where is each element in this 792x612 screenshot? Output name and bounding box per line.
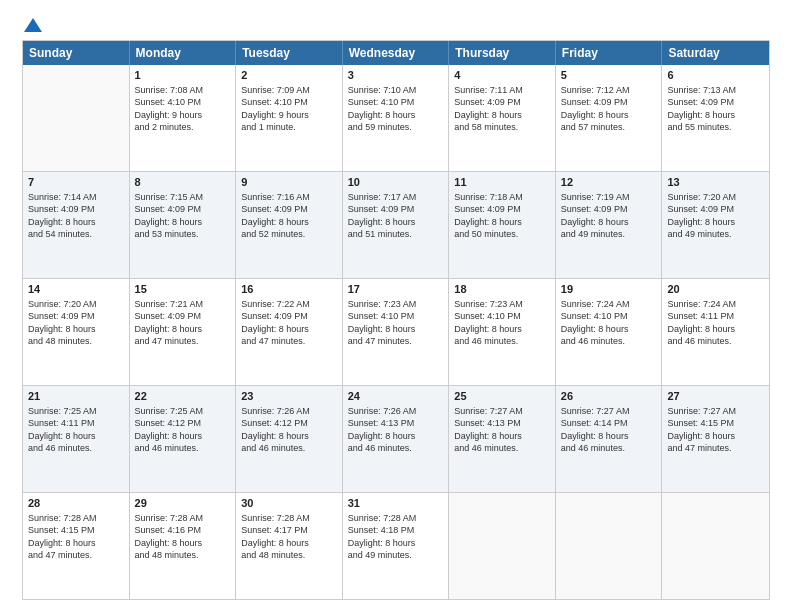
- day-info: Sunrise: 7:28 AM Sunset: 4:18 PM Dayligh…: [348, 512, 444, 562]
- day-info: Sunrise: 7:27 AM Sunset: 4:14 PM Dayligh…: [561, 405, 657, 455]
- calendar-cell: 7Sunrise: 7:14 AM Sunset: 4:09 PM Daylig…: [23, 172, 130, 278]
- day-number: 15: [135, 282, 231, 297]
- calendar-cell: [449, 493, 556, 599]
- calendar-row: 7Sunrise: 7:14 AM Sunset: 4:09 PM Daylig…: [23, 171, 769, 278]
- calendar-cell: 9Sunrise: 7:16 AM Sunset: 4:09 PM Daylig…: [236, 172, 343, 278]
- header: [22, 18, 770, 32]
- day-number: 16: [241, 282, 337, 297]
- day-info: Sunrise: 7:14 AM Sunset: 4:09 PM Dayligh…: [28, 191, 124, 241]
- calendar-cell: 13Sunrise: 7:20 AM Sunset: 4:09 PM Dayli…: [662, 172, 769, 278]
- day-info: Sunrise: 7:26 AM Sunset: 4:12 PM Dayligh…: [241, 405, 337, 455]
- calendar-cell: 14Sunrise: 7:20 AM Sunset: 4:09 PM Dayli…: [23, 279, 130, 385]
- day-number: 20: [667, 282, 764, 297]
- day-number: 21: [28, 389, 124, 404]
- calendar-cell: 11Sunrise: 7:18 AM Sunset: 4:09 PM Dayli…: [449, 172, 556, 278]
- calendar-cell: 20Sunrise: 7:24 AM Sunset: 4:11 PM Dayli…: [662, 279, 769, 385]
- day-info: Sunrise: 7:24 AM Sunset: 4:10 PM Dayligh…: [561, 298, 657, 348]
- calendar-row: 14Sunrise: 7:20 AM Sunset: 4:09 PM Dayli…: [23, 278, 769, 385]
- calendar-cell: 2Sunrise: 7:09 AM Sunset: 4:10 PM Daylig…: [236, 65, 343, 171]
- day-number: 4: [454, 68, 550, 83]
- day-info: Sunrise: 7:12 AM Sunset: 4:09 PM Dayligh…: [561, 84, 657, 134]
- calendar-cell: 17Sunrise: 7:23 AM Sunset: 4:10 PM Dayli…: [343, 279, 450, 385]
- day-info: Sunrise: 7:08 AM Sunset: 4:10 PM Dayligh…: [135, 84, 231, 134]
- calendar-cell: 22Sunrise: 7:25 AM Sunset: 4:12 PM Dayli…: [130, 386, 237, 492]
- day-info: Sunrise: 7:13 AM Sunset: 4:09 PM Dayligh…: [667, 84, 764, 134]
- calendar-cell: 27Sunrise: 7:27 AM Sunset: 4:15 PM Dayli…: [662, 386, 769, 492]
- day-number: 28: [28, 496, 124, 511]
- day-number: 27: [667, 389, 764, 404]
- calendar-cell: 16Sunrise: 7:22 AM Sunset: 4:09 PM Dayli…: [236, 279, 343, 385]
- calendar-row: 1Sunrise: 7:08 AM Sunset: 4:10 PM Daylig…: [23, 65, 769, 171]
- calendar-header: SundayMondayTuesdayWednesdayThursdayFrid…: [23, 41, 769, 65]
- calendar-cell: 24Sunrise: 7:26 AM Sunset: 4:13 PM Dayli…: [343, 386, 450, 492]
- calendar-cell: 12Sunrise: 7:19 AM Sunset: 4:09 PM Dayli…: [556, 172, 663, 278]
- logo-icon: [24, 18, 42, 34]
- header-day-sunday: Sunday: [23, 41, 130, 65]
- day-number: 23: [241, 389, 337, 404]
- day-number: 5: [561, 68, 657, 83]
- day-info: Sunrise: 7:27 AM Sunset: 4:15 PM Dayligh…: [667, 405, 764, 455]
- calendar-body: 1Sunrise: 7:08 AM Sunset: 4:10 PM Daylig…: [23, 65, 769, 599]
- day-info: Sunrise: 7:20 AM Sunset: 4:09 PM Dayligh…: [28, 298, 124, 348]
- header-day-tuesday: Tuesday: [236, 41, 343, 65]
- day-number: 1: [135, 68, 231, 83]
- day-number: 3: [348, 68, 444, 83]
- header-day-wednesday: Wednesday: [343, 41, 450, 65]
- calendar-cell: 8Sunrise: 7:15 AM Sunset: 4:09 PM Daylig…: [130, 172, 237, 278]
- day-info: Sunrise: 7:11 AM Sunset: 4:09 PM Dayligh…: [454, 84, 550, 134]
- day-info: Sunrise: 7:19 AM Sunset: 4:09 PM Dayligh…: [561, 191, 657, 241]
- header-day-friday: Friday: [556, 41, 663, 65]
- calendar-cell: 1Sunrise: 7:08 AM Sunset: 4:10 PM Daylig…: [130, 65, 237, 171]
- day-number: 18: [454, 282, 550, 297]
- calendar-cell: 5Sunrise: 7:12 AM Sunset: 4:09 PM Daylig…: [556, 65, 663, 171]
- calendar-row: 28Sunrise: 7:28 AM Sunset: 4:15 PM Dayli…: [23, 492, 769, 599]
- day-number: 31: [348, 496, 444, 511]
- calendar-cell: 19Sunrise: 7:24 AM Sunset: 4:10 PM Dayli…: [556, 279, 663, 385]
- calendar-cell: [556, 493, 663, 599]
- day-number: 14: [28, 282, 124, 297]
- day-info: Sunrise: 7:28 AM Sunset: 4:15 PM Dayligh…: [28, 512, 124, 562]
- day-number: 10: [348, 175, 444, 190]
- day-number: 17: [348, 282, 444, 297]
- day-info: Sunrise: 7:27 AM Sunset: 4:13 PM Dayligh…: [454, 405, 550, 455]
- day-number: 22: [135, 389, 231, 404]
- day-info: Sunrise: 7:25 AM Sunset: 4:11 PM Dayligh…: [28, 405, 124, 455]
- calendar-cell: 3Sunrise: 7:10 AM Sunset: 4:10 PM Daylig…: [343, 65, 450, 171]
- header-day-thursday: Thursday: [449, 41, 556, 65]
- day-number: 30: [241, 496, 337, 511]
- day-number: 2: [241, 68, 337, 83]
- day-info: Sunrise: 7:28 AM Sunset: 4:17 PM Dayligh…: [241, 512, 337, 562]
- day-number: 9: [241, 175, 337, 190]
- day-info: Sunrise: 7:17 AM Sunset: 4:09 PM Dayligh…: [348, 191, 444, 241]
- calendar-cell: 23Sunrise: 7:26 AM Sunset: 4:12 PM Dayli…: [236, 386, 343, 492]
- calendar-cell: 28Sunrise: 7:28 AM Sunset: 4:15 PM Dayli…: [23, 493, 130, 599]
- day-info: Sunrise: 7:18 AM Sunset: 4:09 PM Dayligh…: [454, 191, 550, 241]
- day-number: 29: [135, 496, 231, 511]
- day-info: Sunrise: 7:16 AM Sunset: 4:09 PM Dayligh…: [241, 191, 337, 241]
- header-day-saturday: Saturday: [662, 41, 769, 65]
- day-number: 13: [667, 175, 764, 190]
- day-info: Sunrise: 7:20 AM Sunset: 4:09 PM Dayligh…: [667, 191, 764, 241]
- calendar-cell: [23, 65, 130, 171]
- calendar-row: 21Sunrise: 7:25 AM Sunset: 4:11 PM Dayli…: [23, 385, 769, 492]
- day-number: 24: [348, 389, 444, 404]
- day-info: Sunrise: 7:23 AM Sunset: 4:10 PM Dayligh…: [348, 298, 444, 348]
- calendar: SundayMondayTuesdayWednesdayThursdayFrid…: [22, 40, 770, 600]
- calendar-cell: 21Sunrise: 7:25 AM Sunset: 4:11 PM Dayli…: [23, 386, 130, 492]
- day-info: Sunrise: 7:23 AM Sunset: 4:10 PM Dayligh…: [454, 298, 550, 348]
- day-info: Sunrise: 7:21 AM Sunset: 4:09 PM Dayligh…: [135, 298, 231, 348]
- calendar-cell: 29Sunrise: 7:28 AM Sunset: 4:16 PM Dayli…: [130, 493, 237, 599]
- calendar-cell: 30Sunrise: 7:28 AM Sunset: 4:17 PM Dayli…: [236, 493, 343, 599]
- logo: [22, 18, 42, 32]
- day-info: Sunrise: 7:25 AM Sunset: 4:12 PM Dayligh…: [135, 405, 231, 455]
- day-info: Sunrise: 7:28 AM Sunset: 4:16 PM Dayligh…: [135, 512, 231, 562]
- day-info: Sunrise: 7:15 AM Sunset: 4:09 PM Dayligh…: [135, 191, 231, 241]
- day-number: 26: [561, 389, 657, 404]
- calendar-cell: 10Sunrise: 7:17 AM Sunset: 4:09 PM Dayli…: [343, 172, 450, 278]
- calendar-cell: 15Sunrise: 7:21 AM Sunset: 4:09 PM Dayli…: [130, 279, 237, 385]
- calendar-cell: 6Sunrise: 7:13 AM Sunset: 4:09 PM Daylig…: [662, 65, 769, 171]
- day-info: Sunrise: 7:10 AM Sunset: 4:10 PM Dayligh…: [348, 84, 444, 134]
- day-info: Sunrise: 7:24 AM Sunset: 4:11 PM Dayligh…: [667, 298, 764, 348]
- day-number: 25: [454, 389, 550, 404]
- svg-marker-0: [24, 18, 42, 32]
